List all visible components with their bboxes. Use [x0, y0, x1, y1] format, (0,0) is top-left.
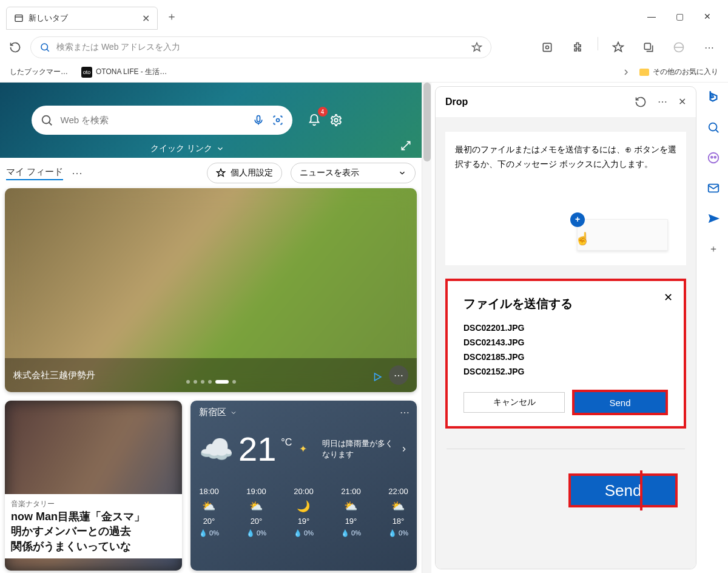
big-send-callout: Send [568, 473, 678, 507]
close-icon[interactable]: ✕ [664, 291, 673, 304]
svg-rect-0 [15, 15, 22, 22]
folder-icon [639, 69, 649, 76]
news-headline-3: 関係がうまくいっていな [11, 539, 176, 554]
tab-close-icon[interactable]: ✕ [142, 13, 150, 24]
tab-favicon-icon [14, 13, 24, 23]
drop-hint-input: + ☝️ [577, 219, 668, 251]
window-close-icon[interactable]: ✕ [701, 10, 713, 22]
news-source: 音楽ナタリー [11, 499, 176, 509]
hero-search[interactable]: Web を検索 [32, 106, 292, 135]
tab-title: 新しいタブ [29, 13, 137, 24]
send-button-highlight: Send [572, 390, 668, 415]
weather-message: 明日は降雨量が多くなります [322, 438, 395, 460]
svg-rect-4 [644, 43, 650, 49]
file-item: DSC02201.JPG [463, 323, 668, 333]
drop-send-icon[interactable] [705, 210, 722, 227]
svg-point-11 [709, 153, 719, 163]
weather-location: 新宿区 [199, 407, 408, 418]
news-headline-2: 明かすメンバーとの過去 [11, 524, 176, 538]
window-minimize-icon[interactable]: — [645, 10, 658, 22]
collections-icon[interactable] [638, 37, 659, 58]
carousel-pager [186, 380, 236, 384]
svg-rect-7 [257, 116, 260, 122]
outlook-icon[interactable] [705, 180, 722, 197]
svg-point-3 [546, 46, 549, 49]
forecast-row: 18:00⛅20°💧 0% 19:00⛅20°💧 0% 20:00🌙19°💧 0… [199, 487, 408, 537]
bing-icon[interactable] [705, 89, 722, 106]
weather-unit: °C [281, 437, 292, 448]
news-headline-1: now Man目黒蓮「金スマ」 [11, 509, 176, 524]
rail-search-icon[interactable] [705, 119, 722, 136]
cancel-button[interactable]: キャンセル [463, 392, 565, 413]
notifications-icon[interactable]: 4 [303, 109, 325, 131]
forecast-col: 22:00⛅18°💧 0% [388, 487, 408, 537]
news-card[interactable]: 音楽ナタリー now Man目黒蓮「金スマ」 明かすメンバーとの過去 関係がうま… [5, 401, 182, 571]
notification-badge: 4 [318, 107, 328, 117]
gear-icon[interactable] [325, 109, 347, 131]
personalize-button[interactable]: 個人用設定 [207, 163, 282, 183]
feed-more-icon[interactable]: ⋯ [72, 166, 83, 180]
weather-fav-icon: ✦ [299, 443, 307, 455]
forecast-col: 18:00⛅20°💧 0% [199, 487, 219, 537]
rail-add-icon[interactable]: ＋ [705, 240, 722, 257]
extensions-icon[interactable] [567, 37, 588, 58]
svg-point-10 [709, 123, 717, 131]
page-scrollbar[interactable] [422, 83, 431, 573]
panel-close-icon[interactable]: ✕ [678, 96, 686, 108]
drop-title: Drop [445, 97, 468, 107]
copilot-icon[interactable] [705, 149, 722, 166]
lens-icon[interactable] [272, 114, 284, 126]
send-button[interactable]: Send [575, 392, 666, 413]
weather-more-icon[interactable]: ⋯ [400, 407, 410, 418]
refresh-icon[interactable] [635, 96, 647, 108]
svg-point-8 [276, 119, 279, 122]
file-item: DSC02152.JPG [463, 367, 668, 376]
svg-point-12 [711, 157, 713, 158]
favorites-icon[interactable] [608, 37, 629, 58]
search-icon [39, 42, 50, 53]
favorite-star-icon[interactable] [471, 42, 482, 53]
more-icon[interactable]: ⋯ [699, 37, 720, 58]
bookmark-otona[interactable]: oto OTONA LIFE - 生活… [78, 66, 170, 79]
expand-icon[interactable] [400, 140, 412, 152]
ie-mode-icon[interactable] [669, 37, 689, 58]
tracking-prevention-icon[interactable] [537, 37, 558, 58]
bookmark-favicon-icon: oto [81, 67, 92, 78]
address-placeholder: 検索または Web アドレスを入力 [56, 42, 180, 53]
mic-icon[interactable] [252, 114, 265, 126]
red-connector [640, 470, 642, 510]
send-title: ファイルを送信する [463, 296, 668, 312]
address-bar[interactable]: 検索または Web アドレスを入力 [30, 36, 491, 58]
drop-empty-state: 最初のファイルまたはメモを送信するには、⊕ ボタンを選択するか、下のメッセージ … [445, 132, 686, 265]
other-favorites[interactable]: その他のお気に入り [636, 66, 722, 78]
svg-rect-2 [543, 43, 551, 51]
show-news-dropdown[interactable]: ニュースを表示 [291, 163, 416, 183]
hero-search-placeholder: Web を検索 [61, 115, 109, 126]
my-feed-tab[interactable]: マイ フィード [6, 166, 63, 180]
scroll-thumb[interactable] [423, 83, 431, 161]
drop-panel: Drop ⋯ ✕ 最初のファイルまたはメモを送信するには、⊕ ボタンを選択するか… [435, 86, 696, 569]
chevron-right-icon[interactable] [400, 445, 408, 453]
panel-more-icon[interactable]: ⋯ [658, 96, 667, 108]
chevron-right-icon[interactable] [621, 67, 631, 77]
search-icon [40, 114, 53, 127]
weather-now-icon: ☁️ [199, 433, 234, 466]
send-files-box: ファイルを送信する ✕ DSC02201.JPG DSC02143.JPG DS… [445, 279, 686, 429]
big-send-label: Send [571, 476, 675, 505]
message-input-placeholder[interactable] [447, 442, 685, 449]
bookmark-truncated[interactable]: したブックマー… [6, 66, 72, 78]
browser-tab[interactable]: 新しいタブ ✕ [6, 7, 158, 30]
cursor-icon: ☝️ [575, 228, 590, 249]
card-more-icon[interactable]: ⋯ [389, 365, 408, 385]
svg-point-6 [42, 116, 50, 124]
featured-card[interactable]: 株式会社三越伊勢丹 ⋯ [5, 188, 417, 392]
featured-caption: 株式会社三越伊勢丹 [13, 370, 95, 381]
reload-button[interactable] [5, 37, 25, 58]
quick-links[interactable]: クイック リンク [150, 143, 224, 154]
file-item: DSC02185.JPG [463, 352, 668, 362]
file-item: DSC02143.JPG [463, 337, 668, 347]
window-maximize-icon[interactable]: ▢ [673, 10, 686, 22]
new-tab-button[interactable]: ＋ [163, 7, 181, 25]
weather-card[interactable]: 新宿区 ⋯ ☁️ 21 °C ✦ 明日は降雨量が多くなります 18:00⛅ [190, 401, 417, 571]
ad-play-icon[interactable] [372, 371, 383, 382]
